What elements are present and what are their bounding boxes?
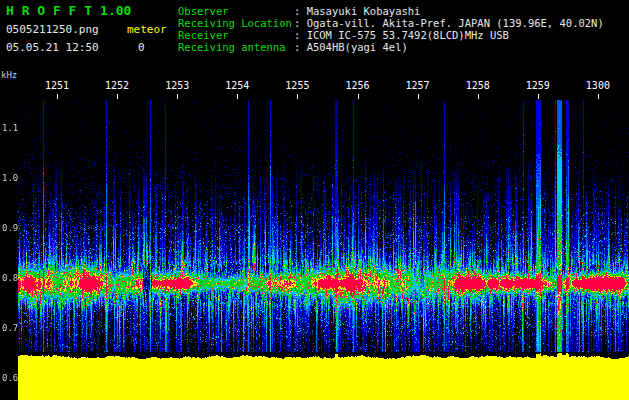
x-tick-label: 1259 xyxy=(526,80,550,91)
info-label: Receiver xyxy=(178,29,294,41)
x-tick-mark xyxy=(57,94,58,99)
x-tick-label: 1252 xyxy=(105,80,129,91)
signal-level-strip xyxy=(18,352,629,400)
time-row: 05.05.21 12:50 0 xyxy=(6,41,178,54)
info-label: Receiving Location xyxy=(178,17,294,29)
x-tick-label: 1255 xyxy=(285,80,309,91)
x-tick-label: 1300 xyxy=(586,80,610,91)
y-axis-unit: kHz xyxy=(1,70,17,80)
station-info-row: Observer: Masayuki Kobayashi xyxy=(178,5,604,17)
app-title: H R O F F T xyxy=(6,3,92,18)
station-info-row: Receiver: ICOM IC-575 53.7492(8LCD)MHz U… xyxy=(178,29,604,41)
station-info-row: Receiving antenna: A504HB(yagi 4el) xyxy=(178,41,604,53)
app-version: 1.00 xyxy=(100,3,131,18)
spectrogram-canvas xyxy=(18,100,629,352)
x-tick-mark xyxy=(358,94,359,99)
x-tick-mark xyxy=(297,94,298,99)
echo-count: 0 xyxy=(138,41,145,54)
y-tick-label: 0.9 xyxy=(2,223,17,233)
y-tick-label: 0.8 xyxy=(2,273,17,283)
file-row: 0505211250.png meteor xyxy=(6,23,178,36)
info-label: Receiving antenna xyxy=(178,41,294,53)
x-tick-mark xyxy=(418,94,419,99)
output-filename: 0505211250.png xyxy=(6,23,99,36)
y-tick-label: 0.7 xyxy=(2,323,17,333)
x-tick-label: 1254 xyxy=(225,80,249,91)
info-label: Observer xyxy=(178,5,294,17)
x-tick-label: 1253 xyxy=(165,80,189,91)
x-tick-mark xyxy=(237,94,238,99)
x-tick-mark xyxy=(598,94,599,99)
y-tick-label: 1.0 xyxy=(2,173,17,183)
x-tick-label: 1256 xyxy=(345,80,369,91)
x-tick-label: 1251 xyxy=(45,80,69,91)
x-tick-mark xyxy=(478,94,479,99)
station-info: Observer: Masayuki KobayashiReceiving Lo… xyxy=(178,5,604,53)
header-left: H R O F F T1.00 0505211250.png meteor 05… xyxy=(6,3,178,54)
info-value: : Masayuki Kobayashi xyxy=(294,5,420,17)
info-value: : ICOM IC-575 53.7492(8LCD)MHz USB xyxy=(294,29,509,41)
hrofft-screen: H R O F F T1.00 0505211250.png meteor 05… xyxy=(0,0,629,400)
station-info-row: Receiving Location: Ogata-vill. Akita-Pr… xyxy=(178,17,604,29)
x-tick-mark xyxy=(117,94,118,99)
info-value: : A504HB(yagi 4el) xyxy=(294,41,408,53)
info-value: : Ogata-vill. Akita-Pref. JAPAN (139.96E… xyxy=(294,17,604,29)
y-tick-label: 0.6 xyxy=(2,373,17,383)
datetime-label: 05.05.21 12:50 xyxy=(6,41,99,54)
plot-area: kHz 125112521253125412551256125712581259… xyxy=(0,70,629,400)
x-tick-mark xyxy=(177,94,178,99)
x-tick-mark xyxy=(538,94,539,99)
title-row: H R O F F T1.00 xyxy=(6,3,178,18)
x-tick-label: 1258 xyxy=(466,80,490,91)
x-tick-label: 1257 xyxy=(406,80,430,91)
y-tick-label: 1.1 xyxy=(2,123,17,133)
mode-label: meteor xyxy=(127,23,167,36)
